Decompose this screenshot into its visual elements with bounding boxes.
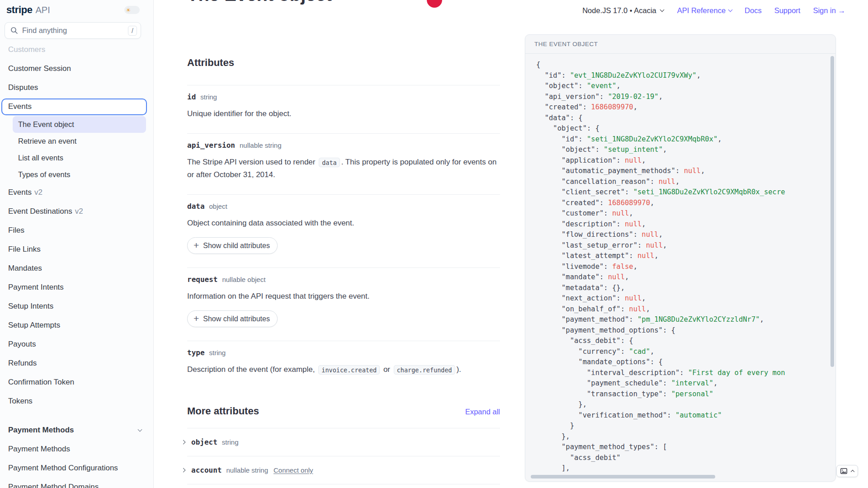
code-line: "latest_attempt": null, <box>536 251 835 262</box>
attribute-type: typestringDescription of the event (for … <box>187 341 500 389</box>
logo-row: stripeAPI ☀ <box>0 0 153 16</box>
nav-link-label: API Reference <box>677 6 726 15</box>
main-content: The Event object Attributes idstringUniq… <box>187 0 500 488</box>
sidebar-item-payment-intents[interactable]: Payment Intents <box>0 278 153 297</box>
sidebar-item-label: Payment Intents <box>8 283 64 292</box>
version-picker[interactable]: Node.JS 17.0 • Acacia <box>582 6 664 15</box>
sidebar-item-label: Confirmation Token <box>8 378 74 387</box>
horizontal-scrollbar[interactable] <box>531 475 715 479</box>
sidebar-item-label: Customer Session <box>8 64 71 73</box>
sidebar-item-retrieve-an-event[interactable]: Retrieve an event <box>0 133 153 150</box>
code-line: "payment_method": "pm_1NG8Du2eZvKYlo2CYz… <box>536 314 835 325</box>
sidebar-item-the-event-object[interactable]: The Event object <box>13 116 146 133</box>
sidebar-item-payouts[interactable]: Payouts <box>0 335 153 354</box>
search-box[interactable]: / <box>5 22 141 39</box>
code-line: "payment_method_types": [ <box>536 442 835 453</box>
attribute-name: api_version <box>187 141 235 150</box>
version-suffix: v2 <box>75 207 83 216</box>
attribute-type: string <box>222 438 239 446</box>
attribute-head: dataobject <box>187 202 500 211</box>
attribute-type: string <box>209 349 226 357</box>
sidebar-item-event-destinations[interactable]: Event Destinationsv2 <box>0 202 153 221</box>
sidebar-item-label: Payment Methods <box>8 426 74 435</box>
attribute-id: idstringUnique identifier for the object… <box>187 85 500 133</box>
attribute-row-account[interactable]: accountnullable stringConnect only <box>187 456 500 484</box>
sidebar-item-label: Files <box>8 226 24 235</box>
code-line: "payment_schedule": "interval", <box>536 378 835 389</box>
code-line: "interval_description": "First day of ev… <box>536 368 835 379</box>
sidebar-item-tokens[interactable]: Tokens <box>0 392 153 411</box>
sidebar-item-file-links[interactable]: File Links <box>0 240 153 259</box>
sidebar-item-label: Setup Attempts <box>8 321 60 330</box>
sidebar-item-refunds[interactable]: Refunds <box>0 354 153 373</box>
sidebar-item-disputes[interactable]: Disputes <box>0 78 153 97</box>
attribute-data: dataobjectObject containing data associa… <box>187 194 500 267</box>
version-suffix: v2 <box>34 188 42 197</box>
attribute-description: Unique identifier for the object. <box>187 108 500 120</box>
show-child-attributes-button[interactable]: +Show child attributes <box>187 237 278 254</box>
code-line: "cancellation_reason": null, <box>536 177 835 188</box>
nav-docs[interactable]: Docs <box>745 6 762 15</box>
sidebar-item-label: The Event object <box>18 120 74 129</box>
search-input[interactable] <box>22 26 124 35</box>
sidebar-item-events[interactable]: Eventsv2 <box>0 183 153 202</box>
feedback-widget[interactable] <box>836 465 858 477</box>
code-line: "object": { <box>536 123 835 134</box>
code-line: "on_behalf_of": null, <box>536 304 835 315</box>
sidebar-item-types-of-events[interactable]: Types of events <box>0 166 153 183</box>
sidebar-item-customers[interactable]: Customers <box>0 40 153 59</box>
sidebar-item-label: File Links <box>8 245 41 254</box>
sidebar-item-label: Events <box>8 102 32 111</box>
code-line: "data": { <box>536 113 835 124</box>
show-child-attributes-button[interactable]: +Show child attributes <box>187 310 278 327</box>
code-panel-header: THE EVENT OBJECT <box>525 35 835 54</box>
sidebar-section-payment-methods[interactable]: Payment Methods <box>0 421 153 440</box>
code-line: }, <box>536 399 835 410</box>
nav-support[interactable]: Support <box>774 6 801 15</box>
attribute-head: requestnullable object <box>187 275 500 284</box>
sidebar-item-mandates[interactable]: Mandates <box>0 259 153 278</box>
sidebar-item-customer-session[interactable]: Customer Session <box>0 59 153 78</box>
attribute-name: account <box>191 466 222 474</box>
code-line: "flow_directions": null, <box>536 230 835 240</box>
code-line: "client_secret": "seti_1NG8Du2eZvKYlo2C9… <box>536 187 835 198</box>
attribute-head: api_versionnullable string <box>187 141 500 150</box>
top-nav-links: API ReferenceDocsSupportSign in → <box>677 6 845 15</box>
nav-link-label: Sign in → <box>813 6 845 15</box>
nav-sign-in[interactable]: Sign in → <box>813 6 845 15</box>
attribute-type: nullable string <box>226 466 268 474</box>
expand-all-link[interactable]: Expand all <box>465 408 500 416</box>
sidebar-nav: CustomersCustomer SessionDisputesEventsT… <box>0 40 153 488</box>
attribute-name: id <box>187 93 196 101</box>
sidebar-item-label: Types of events <box>18 170 71 179</box>
code-line: "id": "evt_1NG8Du2eZvKYlo2CUI79vXWy", <box>536 70 835 81</box>
attribute-request: requestnullable objectInformation on the… <box>187 267 500 341</box>
sidebar-item-payment-methods[interactable]: Payment Methods <box>0 440 153 459</box>
more-attributes-header: More attributes Expand all <box>187 405 500 417</box>
attribute-description: Object containing data associated with t… <box>187 217 500 229</box>
attribute-row-object[interactable]: objectstring <box>187 428 500 456</box>
code-block[interactable]: { "id": "evt_1NG8Du2eZvKYlo2CUI79vXWy", … <box>525 54 835 481</box>
code-line: "acss_debit": { <box>536 336 835 347</box>
chevron-down-icon <box>138 427 142 432</box>
stripe-logo[interactable]: stripeAPI <box>6 4 50 16</box>
sidebar-item-setup-attempts[interactable]: Setup Attempts <box>0 316 153 335</box>
sidebar-item-label: Customers <box>8 45 45 54</box>
nav-api-reference[interactable]: API Reference <box>677 6 732 15</box>
connect-only-link[interactable]: Connect only <box>274 466 313 474</box>
code-line: "created": 1686089970, <box>536 198 835 209</box>
sidebar-item-payment-method-domains[interactable]: Payment Method Domains <box>0 478 153 488</box>
sidebar-item-confirmation-token[interactable]: Confirmation Token <box>0 373 153 392</box>
theme-toggle[interactable]: ☀ <box>124 6 140 14</box>
chevron-right-icon <box>181 468 186 473</box>
sidebar-item-files[interactable]: Files <box>0 221 153 240</box>
code-line: "customer": null, <box>536 208 835 219</box>
sidebar-item-list-all-events[interactable]: List all events <box>0 150 153 166</box>
sidebar-item-setup-intents[interactable]: Setup Intents <box>0 297 153 316</box>
code-line: "api_version": "2019-02-19", <box>536 92 835 103</box>
sidebar-item-events[interactable]: Events <box>1 99 147 115</box>
vertical-scrollbar[interactable] <box>830 56 834 367</box>
sidebar-item-payment-method-configurations[interactable]: Payment Method Configurations <box>0 459 153 478</box>
sidebar-item-label: Tokens <box>8 397 33 406</box>
attribute-description: The Stripe API version used to render da… <box>187 156 500 181</box>
